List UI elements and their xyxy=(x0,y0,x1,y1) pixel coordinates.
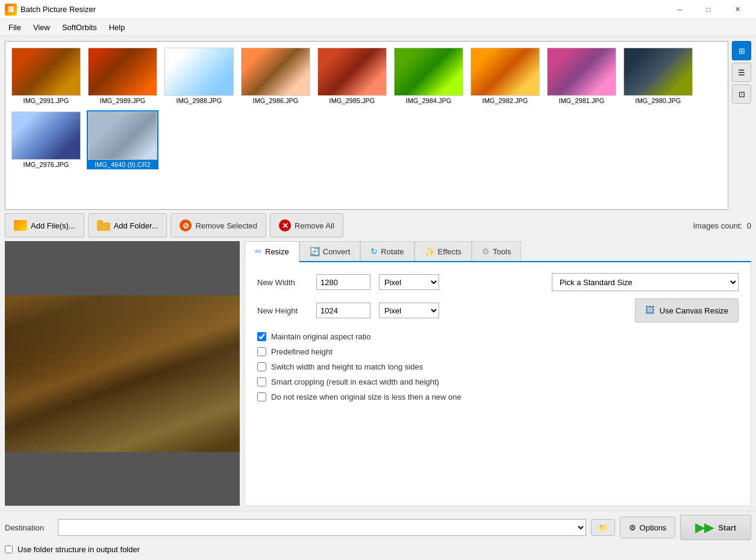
preview-image xyxy=(5,295,240,452)
standard-size-select[interactable]: Pick a Standard Size 640×480 800×600 102… xyxy=(552,273,739,291)
canvas-resize-icon: 🖼 xyxy=(645,305,655,316)
tab-tools[interactable]: ⚙ Tools xyxy=(472,241,521,261)
destination-wrapper xyxy=(58,519,586,536)
destination-row: Destination 📁 ⚙ Options ▶▶ Start xyxy=(5,515,751,540)
list-view-button[interactable]: ☰ xyxy=(732,63,751,82)
tab-bar: ✏ Resize 🔄 Convert ↻ Rotate ✨ Effects xyxy=(245,241,751,262)
images-count-value: 0 xyxy=(747,221,751,230)
thumbnail-img xyxy=(470,48,540,96)
smart-cropping-label: Smart cropping (result in exact width an… xyxy=(271,377,439,386)
remove-selected-button[interactable]: ⊘ Remove Selected xyxy=(170,213,266,238)
menu-file[interactable]: File xyxy=(2,20,27,34)
add-files-button[interactable]: Add File(s)... xyxy=(5,213,84,238)
menu-help[interactable]: Help xyxy=(103,20,131,34)
tab-rotate[interactable]: ↻ Rotate xyxy=(360,241,414,261)
remove-selected-icon: ⊘ xyxy=(180,219,192,231)
destination-browse-button[interactable]: 📁 xyxy=(591,519,615,536)
new-height-label: New Height xyxy=(257,306,311,315)
switch-dimensions-label: Switch width and height to match long si… xyxy=(271,362,423,371)
options-button[interactable]: ⚙ Options xyxy=(620,517,676,538)
preview-area xyxy=(5,241,240,506)
remove-selected-label: Remove Selected xyxy=(195,221,257,230)
thumbnail-label: IMG_2989.JPG xyxy=(100,97,146,104)
remove-all-button[interactable]: ✕ Remove All xyxy=(270,213,343,238)
close-button[interactable]: ✕ xyxy=(723,0,751,19)
thumbnail-label: IMG_2991.JPG xyxy=(23,97,69,104)
no-resize-smaller-label: Do not resize when original size is less… xyxy=(271,392,461,401)
thumbnail-img xyxy=(547,48,616,96)
new-width-input[interactable] xyxy=(316,274,370,290)
no-resize-smaller-checkbox[interactable] xyxy=(257,392,266,401)
start-button[interactable]: ▶▶ Start xyxy=(680,515,751,540)
list-item[interactable]: IMG_2989.JPG xyxy=(87,46,158,105)
thumbnail-label: IMG_4640 (9).CR2 xyxy=(95,161,151,168)
no-resize-smaller-row: Do not resize when original size is less… xyxy=(257,392,739,401)
thumbnail-img xyxy=(394,48,463,96)
maintain-aspect-label: Maintain original aspect ratio xyxy=(271,332,370,341)
menu-softorbits[interactable]: SoftOrbits xyxy=(56,20,103,34)
images-count: Images count: 0 xyxy=(693,221,751,230)
smart-cropping-checkbox[interactable] xyxy=(257,377,266,386)
maintain-aspect-row: Maintain original aspect ratio xyxy=(257,332,739,341)
list-item[interactable]: IMG_2988.JPG xyxy=(163,46,235,105)
tools-tab-label: Tools xyxy=(493,247,511,256)
tab-effects[interactable]: ✨ Effects xyxy=(414,241,472,261)
image-gallery[interactable]: IMG_2991.JPG IMG_2989.JPG IMG_2988.JPG I… xyxy=(5,41,728,210)
new-width-label: New Width xyxy=(257,278,311,287)
thumbnail-img xyxy=(317,48,387,96)
list-item[interactable]: IMG_2976.JPG xyxy=(10,110,82,169)
remove-all-label: Remove All xyxy=(295,221,334,230)
switch-dimensions-checkbox[interactable] xyxy=(257,362,266,371)
options-label: Options xyxy=(640,523,667,532)
add-folder-button[interactable]: Add Folder... xyxy=(88,213,167,238)
use-folder-structure-label: Use folder structure in output folder xyxy=(17,545,140,554)
list-item[interactable]: IMG_2982.JPG xyxy=(469,46,541,105)
resize-tab-content: New Width Pixel Percent Inch CM Pi xyxy=(245,262,751,506)
convert-tab-label: Convert xyxy=(323,247,351,256)
list-item[interactable]: IMG_2986.JPG xyxy=(240,46,311,105)
thumbnail-label: IMG_2985.JPG xyxy=(330,97,375,104)
thumbnail-img xyxy=(164,48,234,96)
tab-convert[interactable]: 🔄 Convert xyxy=(299,241,361,261)
rotate-tab-label: Rotate xyxy=(381,247,404,256)
app-icon: 🖼 xyxy=(5,4,17,16)
grid-icon: ⊡ xyxy=(739,90,745,99)
right-panel: ✏ Resize 🔄 Convert ↻ Rotate ✨ Effects xyxy=(245,241,751,506)
remove-all-icon: ✕ xyxy=(279,219,291,231)
resize-tab-label: Resize xyxy=(265,247,289,256)
maximize-button[interactable]: □ xyxy=(695,0,722,19)
menubar: File View SoftOrbits Help xyxy=(0,19,756,36)
list-item[interactable]: IMG_2984.JPG xyxy=(393,46,464,105)
thumbnail-label: IMG_2980.JPG xyxy=(636,97,681,104)
width-unit-select[interactable]: Pixel Percent Inch CM xyxy=(379,274,439,290)
predefined-height-checkbox[interactable] xyxy=(257,347,266,356)
minimize-button[interactable]: ─ xyxy=(666,0,693,19)
list-item[interactable]: IMG_2981.JPG xyxy=(546,46,617,105)
list-item[interactable]: IMG_2985.JPG xyxy=(316,46,388,105)
tab-resize[interactable]: ✏ Resize xyxy=(245,241,299,262)
main-panel: ✏ Resize 🔄 Convert ↻ Rotate ✨ Effects xyxy=(0,241,756,511)
thumbnail-view-button[interactable]: ⊞ xyxy=(732,41,751,60)
predefined-height-label: Predefined height xyxy=(271,347,333,356)
thumbnail-label: IMG_2988.JPG xyxy=(177,97,222,104)
list-item[interactable]: IMG_2980.JPG xyxy=(622,46,694,105)
list-item[interactable]: IMG_4640 (9).CR2 xyxy=(87,110,158,169)
effects-tab-label: Effects xyxy=(438,247,462,256)
action-toolbar: Add File(s)... Add Folder... ⊘ Remove Se… xyxy=(0,210,756,241)
use-folder-structure-checkbox[interactable] xyxy=(5,546,13,553)
new-height-input[interactable] xyxy=(316,303,370,318)
images-count-label: Images count: xyxy=(693,221,742,230)
menu-view[interactable]: View xyxy=(27,20,56,34)
destination-select[interactable] xyxy=(58,519,586,536)
browse-folder-icon: 📁 xyxy=(598,523,608,532)
thumbnail-label: IMG_2986.JPG xyxy=(253,97,299,104)
list-item[interactable]: IMG_2991.JPG xyxy=(10,46,82,105)
main-content: IMG_2991.JPG IMG_2989.JPG IMG_2988.JPG I… xyxy=(0,36,756,560)
destination-label: Destination xyxy=(5,523,53,532)
maintain-aspect-checkbox[interactable] xyxy=(257,332,266,341)
smart-cropping-row: Smart cropping (result in exact width an… xyxy=(257,377,739,386)
grid-view-button[interactable]: ⊡ xyxy=(732,84,751,104)
canvas-resize-button[interactable]: 🖼 Use Canvas Resize xyxy=(635,298,739,322)
height-unit-select[interactable]: Pixel Percent Inch CM xyxy=(379,303,439,318)
list-icon: ☰ xyxy=(738,68,745,77)
